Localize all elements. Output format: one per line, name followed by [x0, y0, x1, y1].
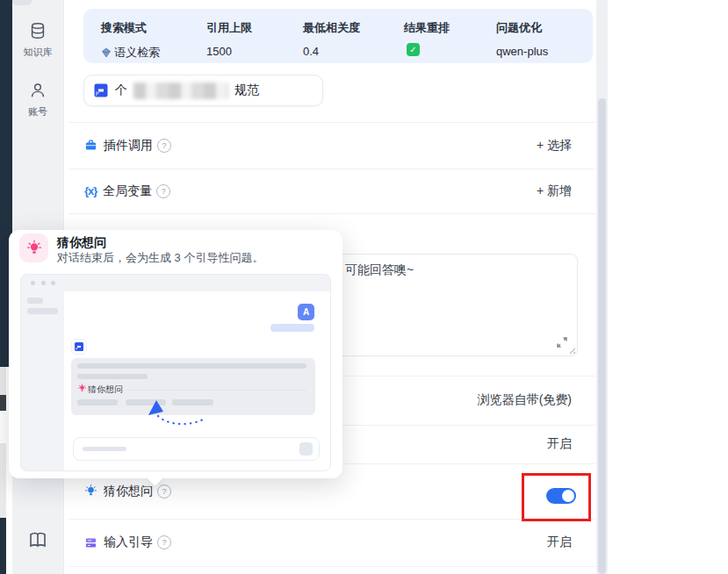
background-window-edge	[0, 395, 6, 411]
rerank-checkbox[interactable]: ✓	[407, 43, 420, 56]
skeleton-bar	[77, 363, 306, 369]
scrollbar-track[interactable]	[596, 0, 608, 574]
open-book-icon	[27, 530, 48, 551]
column-header-rerank: 结果重排	[404, 20, 450, 36]
background-window-edge	[0, 411, 6, 443]
redacted-blur-patch	[133, 83, 228, 99]
window-dot	[31, 281, 35, 285]
expand-icon[interactable]	[556, 336, 568, 348]
dataset-card[interactable]: 个 规范	[83, 75, 323, 106]
skeleton-bar	[77, 374, 148, 379]
column-header-min-relevance: 最低相关度	[303, 20, 360, 36]
bot-avatar	[71, 339, 87, 355]
window-dot	[41, 281, 46, 285]
tooltip-title: 猜你想问	[57, 235, 106, 251]
sidebar-item-label: 知识库	[12, 46, 63, 59]
input-placeholder-skeleton	[83, 447, 126, 451]
dotted-arrow-icon	[148, 400, 212, 427]
enabled-value[interactable]: 开启	[547, 436, 572, 452]
help-icon[interactable]: ?	[157, 484, 171, 499]
sidebar-item-knowledge-base[interactable]: 知识库	[12, 21, 63, 59]
sidebar-top-cut-element	[12, 0, 32, 5]
help-icon[interactable]: ?	[157, 535, 171, 549]
row-divider	[68, 566, 595, 567]
dataset-name-prefix: 个	[115, 83, 127, 98]
column-header-search-mode: 搜索模式	[101, 20, 147, 36]
opening-message-text: 可能回答噢~	[345, 262, 414, 278]
search-mode-value: 语义检索	[101, 45, 160, 61]
preview-chat-area: A 猜你想问	[64, 291, 330, 470]
input-guide-label: 输入引导	[104, 535, 153, 550]
input-guide-value[interactable]: 开启	[547, 535, 572, 550]
user-message-skeleton	[270, 324, 314, 332]
min-relevance-value: 0.4	[303, 45, 319, 58]
row-divider	[68, 213, 595, 214]
database-icon	[28, 21, 47, 40]
background-window-edge	[0, 518, 6, 574]
quote-limit-value: 1500	[206, 45, 232, 58]
toolbox-icon	[84, 139, 97, 152]
plugin-call-label: 插件调用	[104, 138, 153, 154]
app-screen: 知识库 账号 搜索模式 语义检索	[0, 0, 728, 574]
sidebar-item-account[interactable]: 账号	[12, 81, 63, 118]
sidebar-item-label: 账号	[12, 105, 63, 118]
column-header-quote-limit: 引用上限	[206, 20, 252, 36]
skeleton-bar	[27, 308, 58, 314]
check-icon: ✓	[409, 45, 416, 54]
guess-question-label: 猜你想问	[104, 484, 153, 499]
skeleton-bar	[27, 298, 43, 304]
question-optimize-value: qwen-plus	[496, 45, 548, 58]
preview-divider	[126, 390, 306, 391]
feature-preview-image: A 猜你想问	[20, 274, 331, 471]
bulb-icon	[77, 384, 87, 393]
input-guide-row: 输入引导 ? 开启	[68, 519, 595, 566]
dataset-name-suffix: 规范	[234, 83, 259, 98]
window-dot	[51, 281, 55, 285]
help-icon[interactable]: ?	[157, 139, 171, 153]
background-window-edge	[0, 367, 6, 395]
scrollbar-thumb[interactable]	[598, 98, 606, 574]
send-button-skeleton	[299, 442, 313, 456]
search-mode-label: 语义检索	[114, 45, 160, 61]
guess-question-tooltip: 猜你想问 对话结束后，会为生成 3 个引导性问题。 A	[9, 230, 342, 478]
user-icon	[28, 81, 47, 100]
variables-icon: {x}	[84, 184, 97, 197]
sidebar-docs-button[interactable]	[27, 530, 48, 560]
bulb-icon	[19, 233, 48, 262]
global-variables-row: {x} 全局变量 ? + 新增	[68, 169, 595, 213]
variable-add-button[interactable]: + 新增	[537, 183, 572, 199]
user-avatar: A	[298, 304, 314, 320]
fastgpt-logo-icon	[74, 341, 84, 352]
preview-guess-label: 猜你想问	[88, 384, 123, 396]
plugin-call-row: 插件调用 ? + 选择	[68, 122, 595, 169]
fastgpt-logo-icon	[93, 83, 109, 98]
tooltip-description: 对话结束后，会为生成 3 个引导性问题。	[57, 250, 263, 266]
semantic-gem-icon	[101, 47, 112, 58]
input-guide-icon	[84, 536, 97, 549]
suggestion-pill-skeleton	[77, 399, 118, 405]
plugin-select-button[interactable]: + 选择	[537, 138, 572, 154]
search-settings-table: 搜索模式 语义检索 引用上限 1500 最低相关度 0.4 结果重排 ✓ 问题优	[83, 9, 593, 63]
preview-input-bar	[73, 437, 320, 461]
bulb-icon	[84, 484, 97, 498]
global-variables-label: 全局变量	[103, 183, 152, 199]
tts-value[interactable]: 浏览器自带(免费)	[478, 392, 572, 408]
annotation-red-box	[522, 473, 591, 521]
resize-handle[interactable]	[567, 346, 575, 354]
background-window-edge	[0, 443, 6, 518]
help-icon[interactable]: ?	[156, 184, 170, 198]
column-header-question-optimize: 问题优化	[496, 20, 542, 36]
